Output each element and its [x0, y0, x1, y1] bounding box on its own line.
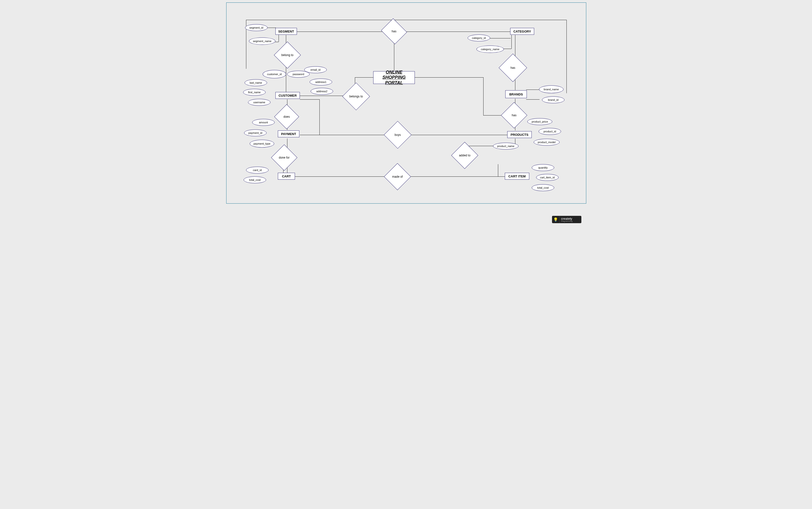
portal-title: ONLINE SHOPPING PORTAL [373, 71, 415, 84]
rel-made-of: made of [388, 167, 407, 186]
entity-customer: CUSTOMER [275, 92, 300, 99]
logo-sub: Diagramming [561, 220, 581, 222]
entity-cart: CART [278, 173, 295, 180]
rel-belongs-to: belongs to [346, 87, 366, 106]
entity-products: PRODUCTS [507, 131, 532, 138]
attr-payment-id: payment_id [244, 130, 267, 136]
rel-done-for: done for [275, 148, 294, 167]
rel-has-category: has [503, 58, 523, 78]
rel-added-to: added to [455, 146, 474, 165]
attr-email-id: email_id [304, 66, 327, 73]
attr-total-cost-item: total_cost [532, 184, 554, 191]
attr-total-cost-cart: total_cost [244, 176, 266, 183]
attr-product-id: product_id [539, 128, 561, 135]
bulb-icon: 💡 [552, 216, 560, 223]
entity-cart-item: CART ITEM [505, 173, 529, 180]
entity-brands: BRANDS [505, 90, 527, 98]
attr-product-name: product_name [493, 143, 518, 149]
logo-brand: creately [561, 217, 572, 220]
attr-username: username [248, 99, 270, 106]
attr-segment-name: segment_name [249, 37, 275, 45]
entity-segment: SEGMENT [275, 28, 297, 35]
rel-belong-to: belong to [278, 45, 297, 65]
rel-has-top: has [384, 23, 404, 40]
attr-brand-name: brand_name [539, 86, 563, 93]
attr-category-id: category_id [468, 34, 490, 41]
creately-logo: 💡 creately Diagramming [552, 216, 581, 223]
diagram-canvas: ONLINE SHOPPING PORTAL SEGMENT CATEGORY … [224, 0, 588, 229]
attr-first-name: first_name [243, 89, 266, 96]
rel-buys: buys [388, 125, 407, 145]
attr-cart-item-id: cart_item_id [536, 174, 559, 181]
attr-brand-id: brand_id [542, 96, 564, 103]
attr-product-price: product_price [527, 118, 552, 125]
attr-card-id: card_id [246, 167, 268, 173]
attr-last-name: last_name [245, 79, 267, 86]
entity-payment: PAYMENT [278, 130, 299, 137]
diagram-frame: ONLINE SHOPPING PORTAL SEGMENT CATEGORY … [226, 2, 586, 204]
attr-category-name: category_name [476, 45, 504, 53]
rel-has-brand: has [505, 106, 523, 125]
attr-payment-type: payment_type [250, 140, 274, 147]
entity-category: CATEGORY [510, 28, 534, 35]
rel-does: does [278, 108, 295, 126]
attr-address1: address1 [310, 78, 332, 86]
attr-amount: amount [252, 119, 275, 126]
attr-quantity: quantity [532, 164, 554, 171]
attr-segment-id: segment_id [245, 24, 267, 31]
attr-address2: address2 [310, 88, 333, 95]
attr-customer-id: customer_id [263, 70, 286, 78]
attr-product-model: product_model [534, 139, 560, 146]
